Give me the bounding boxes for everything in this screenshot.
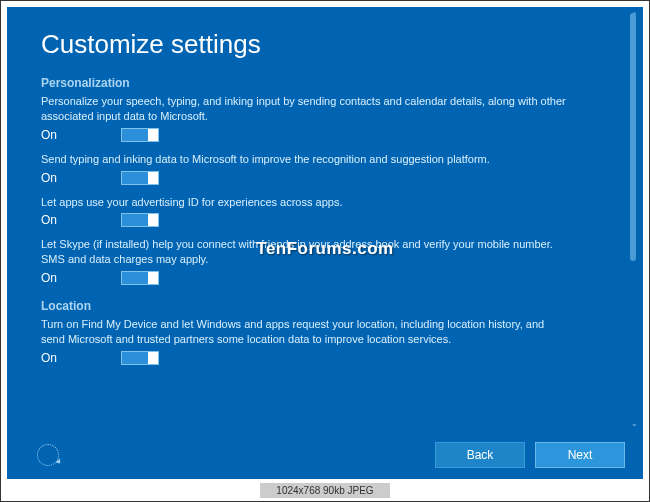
toggle-location[interactable] xyxy=(121,351,159,365)
setting-desc: Personalize your speech, typing, and ink… xyxy=(41,94,571,124)
setting-row: On xyxy=(41,171,591,185)
scrollbar[interactable]: ⌃ ⌄ xyxy=(629,13,639,427)
chevron-down-icon[interactable]: ⌄ xyxy=(629,419,639,429)
section-header-location: Location xyxy=(41,299,591,313)
accessibility-icon[interactable] xyxy=(37,444,59,466)
toggle-state-label: On xyxy=(41,213,121,227)
settings-panel: Customize settings Personalization Perso… xyxy=(7,7,643,479)
toggle-state-label: On xyxy=(41,171,121,185)
toggle-speech-typing[interactable] xyxy=(121,128,159,142)
setting-desc: Let apps use your advertising ID for exp… xyxy=(41,195,571,210)
scrollbar-thumb[interactable] xyxy=(630,13,636,261)
setting-row: On xyxy=(41,271,591,285)
next-button[interactable]: Next xyxy=(535,442,625,468)
page-title: Customize settings xyxy=(41,29,591,60)
toggle-state-label: On xyxy=(41,271,121,285)
image-caption: 1024x768 90kb JPEG xyxy=(260,483,390,498)
footer-bar: Back Next xyxy=(7,431,643,479)
toggle-skype[interactable] xyxy=(121,271,159,285)
content-area: Customize settings Personalization Perso… xyxy=(7,7,625,427)
setting-row: On xyxy=(41,128,591,142)
section-header-personalization: Personalization xyxy=(41,76,591,90)
toggle-state-label: On xyxy=(41,351,121,365)
setting-desc: Let Skype (if installed) help you connec… xyxy=(41,237,571,267)
back-button[interactable]: Back xyxy=(435,442,525,468)
toggle-send-typing-data[interactable] xyxy=(121,171,159,185)
toggle-state-label: On xyxy=(41,128,121,142)
setting-row: On xyxy=(41,213,591,227)
setting-row: On xyxy=(41,351,591,365)
setting-desc: Send typing and inking data to Microsoft… xyxy=(41,152,571,167)
toggle-advertising-id[interactable] xyxy=(121,213,159,227)
setting-desc: Turn on Find My Device and let Windows a… xyxy=(41,317,571,347)
